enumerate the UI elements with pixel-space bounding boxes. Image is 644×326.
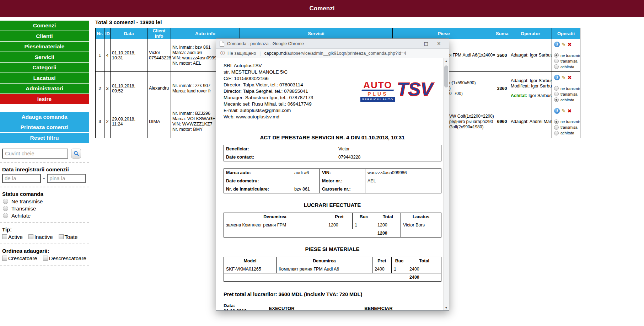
cell-operatii: i ✎ ✖ ne transmisa transmisa achitata	[552, 105, 580, 138]
radio-ne-transmisa[interactable]	[554, 119, 559, 124]
document-icon	[220, 41, 224, 47]
logo-plus-text: PLUS	[367, 91, 388, 96]
piese-total: 2400	[407, 273, 441, 282]
price-total: Pret total al lucrarilor: 3600 MDL (Incl…	[224, 292, 444, 297]
info-icon[interactable]: i	[554, 108, 560, 114]
radio-transmisa[interactable]	[554, 59, 559, 63]
checkbox-label: Active	[8, 234, 23, 240]
search-button[interactable]	[71, 149, 81, 159]
print-orders-button[interactable]: Printeaza comenzi	[0, 122, 89, 132]
popup-url-bar: ⓘ Не защищено | capcap.md/autoservice/ad…	[216, 49, 449, 58]
info-icon[interactable]: i	[554, 42, 560, 47]
cell-operator: Adaugat: Igor Sarbustean	[509, 39, 552, 72]
piese-table: Model Denumirea Pret Buc Total SKF-VKMA0…	[224, 257, 441, 282]
status-option-transmise: Transmise	[3, 205, 86, 212]
radio-achitata[interactable]	[554, 131, 559, 135]
footer-date: Data: 01.10.2018	[224, 303, 252, 310]
radio-achitata[interactable]	[554, 97, 559, 102]
radio-label: Ne transmise	[11, 198, 43, 204]
date-range-separator: -	[43, 175, 45, 182]
popup-title-bar[interactable]: Comanda - printeaza - Google Chrome – □ …	[216, 39, 449, 49]
tip-options-row: Active Inactive Toate	[2, 234, 87, 240]
executor-signature-line: ____________________	[297, 306, 348, 311]
sidebar-item-comenzi[interactable]: Comenzi	[0, 21, 89, 31]
radio-label: transmisa	[560, 59, 578, 63]
checkbox-toate[interactable]	[59, 234, 64, 239]
maximize-button[interactable]: □	[420, 41, 433, 46]
radio-label: Achitate	[11, 213, 31, 219]
cell-nr: 1	[96, 39, 104, 72]
radio-label: transmisa	[560, 125, 578, 129]
security-label: Не защищено	[227, 51, 256, 56]
delete-icon[interactable]: ✖	[568, 75, 572, 80]
order-options-row: Crescatoare Descrescatoare	[2, 255, 87, 261]
popup-scrollbar[interactable]: ▲ ▼	[443, 58, 449, 310]
sidebar-item-categorii[interactable]: Categorii	[0, 63, 89, 73]
radio-transmise[interactable]	[3, 206, 8, 211]
radio-ne-transmise[interactable]	[3, 199, 8, 204]
scroll-up-icon[interactable]: ▲	[444, 58, 449, 64]
sidebar-item-iesire[interactable]: Iesire	[0, 94, 89, 104]
reset-filter-button[interactable]: Reset filtru	[0, 133, 89, 143]
divider	[0, 265, 89, 266]
minimize-button[interactable]: –	[407, 41, 420, 46]
scrollbar-thumb[interactable]	[444, 65, 448, 87]
orders-total: Total 3 comenzi - 13920 lei	[95, 19, 580, 25]
page-title: Comenzi	[310, 5, 335, 12]
orders-header-row: Nr. ID Data Client info Auto info Servic…	[96, 28, 580, 39]
sidebar-item-clienti[interactable]: Clienti	[0, 31, 89, 41]
info-icon[interactable]: i	[554, 75, 560, 80]
sidebar-item-servicii[interactable]: Servicii	[0, 52, 89, 62]
radio-label: achitata	[560, 98, 574, 102]
url-divider: |	[259, 51, 261, 56]
edit-icon[interactable]: ✎	[562, 75, 566, 80]
col-auto: Auto info	[171, 28, 240, 39]
delete-icon[interactable]: ✖	[568, 42, 572, 47]
col-nr: Nr.	[96, 28, 104, 39]
delete-icon[interactable]: ✖	[568, 108, 572, 114]
checkbox-active[interactable]	[2, 234, 7, 239]
radio-achitata[interactable]	[554, 64, 559, 69]
date-to-input[interactable]	[47, 174, 86, 183]
checkbox-inactive[interactable]	[28, 234, 33, 239]
edit-icon[interactable]: ✎	[562, 108, 566, 114]
checkbox-crescatoare[interactable]	[2, 256, 7, 261]
sidebar-item-lacatusi[interactable]: Lacatusi	[0, 73, 89, 83]
sidebar-item-administratori[interactable]: Administratori	[0, 84, 89, 93]
cell-date: 01.10.2018, 09:52	[111, 72, 147, 105]
logo-auto-text: AUTO	[363, 81, 392, 89]
status-option-achitate: Achitate	[3, 213, 86, 219]
divider	[0, 222, 89, 223]
beneficiar-table: Beneficiar: Victor Date contact: 0794432…	[224, 145, 441, 161]
radio-label: transmisa	[560, 92, 578, 96]
cell-client: Alexandru	[147, 72, 171, 105]
radio-transmisa[interactable]	[554, 125, 559, 130]
logo-swoosh	[361, 90, 394, 91]
add-order-button[interactable]: Adauga comanda	[0, 112, 89, 122]
checkbox-descrescatoare[interactable]	[43, 256, 48, 261]
radio-label: Transmise	[11, 205, 36, 212]
radio-achitate[interactable]	[3, 213, 8, 218]
search-icon	[74, 151, 79, 156]
sidebar-item-piese-materiale[interactable]: Piese/materiale	[0, 42, 89, 52]
radio-ne-transmisa[interactable]	[554, 53, 559, 58]
date-from-input[interactable]	[2, 174, 41, 183]
col-servicii: Servicii	[240, 28, 393, 39]
cell-suma: 6960	[495, 105, 509, 138]
col-operator: Operator	[509, 28, 552, 39]
logo-tsv-text: TSV	[397, 81, 433, 97]
search-row	[2, 149, 87, 159]
edit-icon[interactable]: ✎	[562, 42, 566, 47]
col-piese: Piese	[393, 28, 495, 39]
logo-tagline: SERVICIU AUTO	[360, 97, 395, 102]
scroll-down-icon[interactable]: ▼	[444, 305, 449, 310]
search-input[interactable]	[2, 149, 68, 159]
cell-suma: 3360	[495, 72, 509, 105]
company-logo: AUTO PLUS SERVICIU AUTO TSV	[360, 81, 433, 102]
close-button[interactable]: ✕	[433, 41, 445, 46]
radio-ne-transmisa[interactable]	[554, 86, 559, 91]
status-option-ne-transmise: Ne transmise	[3, 198, 86, 204]
radio-transmisa[interactable]	[554, 92, 559, 96]
radio-label: ne transmisa	[560, 53, 580, 58]
cell-date: 29.09.2018, 11:24	[111, 105, 147, 138]
